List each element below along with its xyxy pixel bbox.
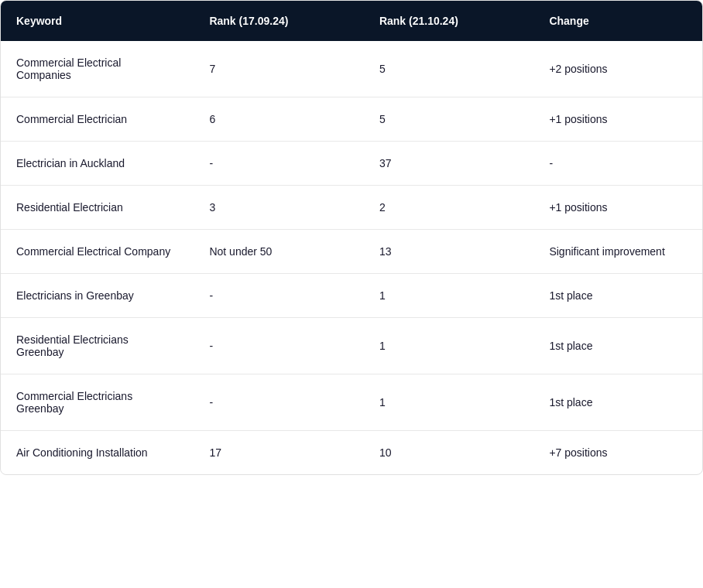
cell-change: Significant improvement bbox=[533, 230, 702, 274]
table-row: Electricians in Greenbay-11st place bbox=[1, 274, 702, 318]
cell-rank1: 17 bbox=[194, 431, 363, 475]
cell-change: +1 positions bbox=[533, 97, 702, 142]
cell-rank2: 1 bbox=[364, 274, 533, 318]
header-change: Change bbox=[533, 1, 702, 41]
table-row: Air Conditioning Installation1710+7 posi… bbox=[1, 431, 702, 475]
table-header-row: Keyword Rank (17.09.24) Rank (21.10.24) … bbox=[1, 1, 702, 41]
cell-rank1: Not under 50 bbox=[194, 230, 363, 274]
cell-keyword: Residential Electrician bbox=[1, 186, 194, 230]
cell-rank2: 37 bbox=[364, 142, 533, 186]
cell-change: 1st place bbox=[533, 374, 702, 431]
cell-rank1: 7 bbox=[194, 41, 363, 97]
cell-change: 1st place bbox=[533, 318, 702, 374]
table-row: Commercial Electrical Companies75+2 posi… bbox=[1, 41, 702, 97]
cell-rank2: 5 bbox=[364, 41, 533, 97]
cell-rank1: - bbox=[194, 274, 363, 318]
cell-change: +2 positions bbox=[533, 41, 702, 97]
rankings-table-container: Keyword Rank (17.09.24) Rank (21.10.24) … bbox=[0, 0, 703, 475]
table-row: Residential Electrician32+1 positions bbox=[1, 186, 702, 230]
cell-keyword: Commercial Electrician bbox=[1, 97, 194, 142]
header-rank2: Rank (21.10.24) bbox=[364, 1, 533, 41]
cell-rank2: 2 bbox=[364, 186, 533, 230]
cell-rank2: 10 bbox=[364, 431, 533, 475]
cell-keyword: Commercial Electricians Greenbay bbox=[1, 374, 194, 431]
table-row: Commercial Electrical CompanyNot under 5… bbox=[1, 230, 702, 274]
cell-keyword: Electrician in Auckland bbox=[1, 142, 194, 186]
cell-change: 1st place bbox=[533, 274, 702, 318]
cell-rank1: 3 bbox=[194, 186, 363, 230]
table-row: Residential Electricians Greenbay-11st p… bbox=[1, 318, 702, 374]
cell-rank1: - bbox=[194, 374, 363, 431]
cell-keyword: Commercial Electrical Companies bbox=[1, 41, 194, 97]
cell-rank2: 1 bbox=[364, 374, 533, 431]
cell-rank2: 1 bbox=[364, 318, 533, 374]
header-keyword: Keyword bbox=[1, 1, 194, 41]
table-row: Electrician in Auckland-37- bbox=[1, 142, 702, 186]
cell-rank2: 13 bbox=[364, 230, 533, 274]
rankings-table: Keyword Rank (17.09.24) Rank (21.10.24) … bbox=[1, 1, 702, 474]
table-row: Commercial Electricians Greenbay-11st pl… bbox=[1, 374, 702, 431]
cell-rank1: - bbox=[194, 318, 363, 374]
cell-keyword: Residential Electricians Greenbay bbox=[1, 318, 194, 374]
header-rank1: Rank (17.09.24) bbox=[194, 1, 363, 41]
cell-keyword: Electricians in Greenbay bbox=[1, 274, 194, 318]
cell-keyword: Commercial Electrical Company bbox=[1, 230, 194, 274]
cell-change: +7 positions bbox=[533, 431, 702, 475]
cell-change: +1 positions bbox=[533, 186, 702, 230]
cell-change: - bbox=[533, 142, 702, 186]
cell-rank2: 5 bbox=[364, 97, 533, 142]
cell-rank1: 6 bbox=[194, 97, 363, 142]
cell-rank1: - bbox=[194, 142, 363, 186]
table-row: Commercial Electrician65+1 positions bbox=[1, 97, 702, 142]
cell-keyword: Air Conditioning Installation bbox=[1, 431, 194, 475]
